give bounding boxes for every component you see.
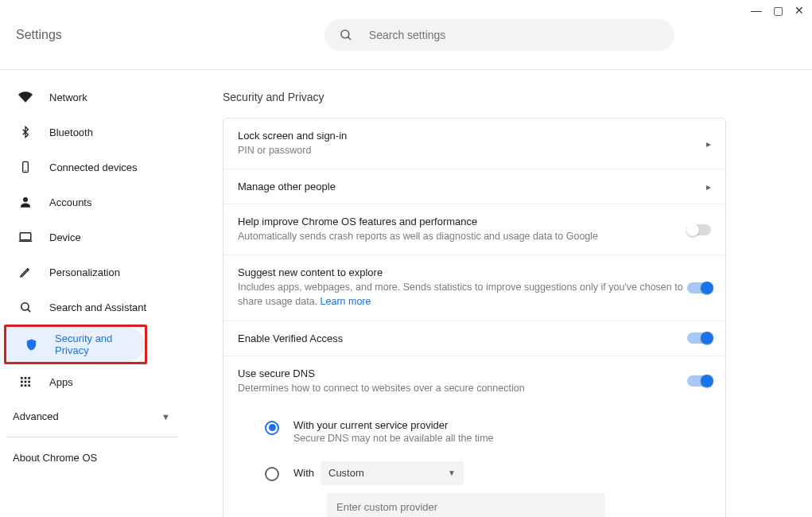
chevron-down-icon: ▼ [448, 468, 456, 477]
select-value: Custom [328, 467, 364, 479]
chevron-right-icon: ▸ [706, 138, 711, 150]
window-close-button[interactable]: ✕ [795, 5, 804, 16]
row-subtitle: Includes apps, webpages, and more. Sends… [238, 280, 687, 309]
sidebar-item-label: Security and Privacy [55, 332, 145, 356]
sidebar-item-personalization[interactable]: Personalization [0, 255, 191, 290]
divider [6, 437, 178, 437]
row-manage-people[interactable]: Manage other people ▸ [223, 169, 725, 204]
dns-provider-select[interactable]: Custom ▼ [321, 461, 464, 485]
svg-rect-13 [25, 381, 27, 383]
row-subtitle: Automatically sends crash reports as wel… [238, 229, 687, 243]
sidebar-item-label: Apps [49, 376, 73, 388]
sidebar-item-security-privacy[interactable]: Security and Privacy [6, 327, 145, 362]
sidebar-item-label: Device [49, 231, 81, 243]
svg-rect-10 [25, 377, 27, 379]
dns-options: With your current service provider Secur… [223, 406, 725, 517]
option-title: With your current service provider [293, 419, 711, 431]
radio-custom-provider[interactable] [265, 467, 279, 481]
search-input[interactable] [367, 28, 660, 42]
search-field[interactable] [324, 19, 674, 51]
sidebar-item-label: Bluetooth [49, 126, 93, 138]
svg-point-4 [23, 197, 28, 202]
app-title: Settings [16, 28, 62, 42]
bluetooth-icon [17, 126, 33, 138]
svg-rect-12 [21, 381, 23, 383]
sidebar-item-accounts[interactable]: Accounts [0, 185, 191, 220]
search-icon [17, 301, 33, 314]
sidebar-item-bluetooth[interactable]: Bluetooth [0, 115, 191, 150]
svg-rect-16 [25, 384, 27, 387]
svg-rect-15 [21, 384, 23, 387]
sidebar-item-search-assistant[interactable]: Search and Assistant [0, 290, 191, 325]
row-crash-reports: Help improve Chrome OS features and perf… [223, 204, 725, 255]
row-subtitle: PIN or password [238, 143, 706, 157]
toggle-crash-reports[interactable] [687, 224, 711, 235]
shield-icon [24, 338, 39, 352]
settings-card: Lock screen and sign-in PIN or password … [223, 118, 726, 517]
row-title: Enable Verified Access [238, 332, 687, 344]
row-title: Suggest new content to explore [238, 266, 687, 278]
custom-provider-input[interactable] [327, 493, 605, 517]
radio-current-provider[interactable] [265, 421, 279, 435]
svg-rect-11 [28, 377, 30, 379]
row-lock-screen[interactable]: Lock screen and sign-in PIN or password … [223, 119, 725, 169]
sidebar-item-label: Accounts [49, 196, 91, 208]
row-title: Use secure DNS [238, 367, 687, 379]
window-minimize-button[interactable]: — [751, 5, 762, 16]
pencil-icon [17, 266, 33, 278]
row-subtitle: Determines how to connect to websites ov… [238, 381, 687, 395]
laptop-icon [17, 230, 33, 244]
row-suggest-content: Suggest new content to explore Includes … [223, 255, 725, 321]
sidebar-item-label: Connected devices [49, 161, 138, 173]
phone-icon [17, 161, 33, 173]
sidebar-item-apps[interactable]: Apps [0, 364, 191, 399]
sidebar-item-connected-devices[interactable]: Connected devices [0, 150, 191, 185]
sidebar-item-label: Search and Assistant [49, 301, 146, 313]
person-icon [17, 195, 33, 209]
svg-rect-17 [28, 384, 30, 387]
option-subtitle: Secure DNS may not be available all the … [293, 433, 711, 444]
advanced-label: Advanced [13, 410, 59, 422]
search-icon [339, 28, 353, 42]
apps-icon [17, 375, 33, 388]
svg-point-0 [341, 30, 349, 38]
sidebar-item-label: Personalization [49, 266, 120, 278]
svg-line-8 [27, 309, 29, 311]
sidebar-advanced-toggle[interactable]: Advanced ▼ [0, 399, 191, 433]
window-maximize-button[interactable]: ▢ [773, 5, 783, 16]
chevron-down-icon: ▼ [161, 412, 170, 422]
row-title: Manage other people [238, 181, 706, 192]
learn-more-link[interactable]: Learn more [321, 296, 371, 307]
toggle-suggest-content[interactable] [687, 282, 711, 293]
row-title: Lock screen and sign-in [238, 130, 706, 142]
svg-rect-14 [28, 381, 30, 383]
sidebar: Network Bluetooth Connected devices Acco… [0, 70, 191, 517]
main-content: Security and Privacy Lock screen and sig… [191, 70, 812, 517]
sidebar-item-label: Network [49, 91, 87, 103]
row-title: Help improve Chrome OS features and perf… [238, 216, 687, 227]
row-secure-dns: Use secure DNS Determines how to connect… [223, 356, 725, 406]
row-verified-access: Enable Verified Access [223, 321, 725, 356]
highlight-box: Security and Privacy [4, 325, 147, 364]
sidebar-item-device[interactable]: Device [0, 220, 191, 255]
chevron-right-icon: ▸ [706, 181, 711, 192]
sidebar-item-network[interactable]: Network [0, 80, 191, 115]
option-title: With [293, 467, 314, 479]
svg-line-1 [348, 37, 351, 40]
section-title: Security and Privacy [223, 91, 726, 103]
sidebar-about[interactable]: About Chrome OS [0, 441, 191, 475]
svg-rect-9 [21, 377, 23, 379]
toggle-verified-access[interactable] [687, 332, 711, 344]
svg-rect-5 [20, 233, 31, 240]
svg-point-7 [21, 302, 28, 309]
toggle-secure-dns[interactable] [687, 375, 711, 387]
wifi-icon [17, 90, 33, 104]
